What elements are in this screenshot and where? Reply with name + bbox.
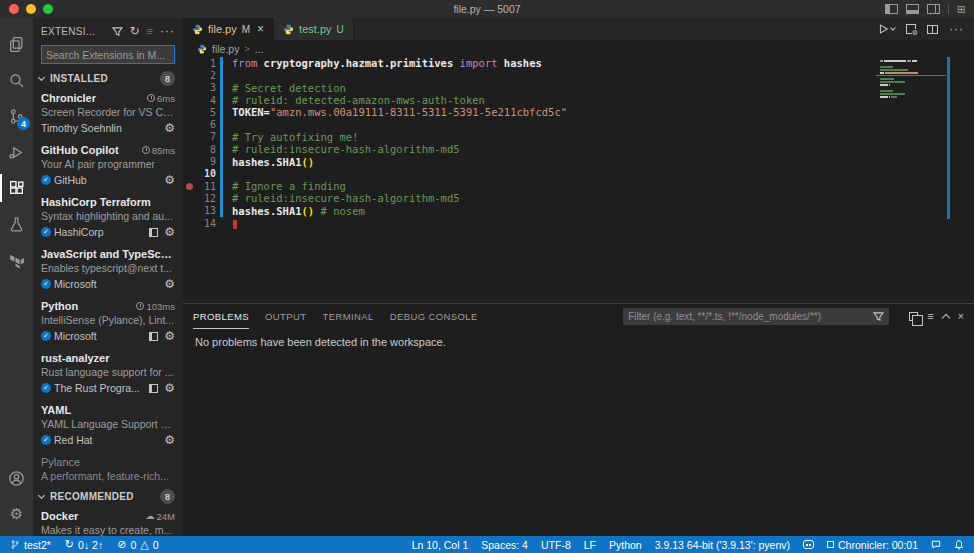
account-icon — [8, 470, 25, 487]
code-line[interactable]: 10 — [183, 168, 974, 180]
language-mode[interactable]: Python — [609, 539, 642, 551]
accounts-icon[interactable] — [0, 460, 33, 496]
tab-problems[interactable]: PROBLEMS — [193, 304, 249, 329]
settings-gear[interactable]: ⚙ — [0, 496, 33, 532]
run-settings-icon[interactable] — [906, 24, 916, 34]
more-actions-icon[interactable]: ··· — [949, 25, 964, 33]
clear-icon[interactable]: ≡ — [147, 25, 153, 37]
tab-debug-console[interactable]: DEBUG CONSOLE — [390, 304, 478, 329]
sidebar-item-extensions[interactable] — [0, 170, 33, 206]
minimap[interactable] — [880, 59, 944, 101]
code-line[interactable]: 5TOKEN="amzn.mws.00a19111-8311-5311-5391… — [183, 106, 974, 118]
line-number: 7 — [196, 131, 216, 142]
code-line[interactable]: 7# Try autofixing me! — [183, 131, 974, 143]
maximize-panel-icon[interactable] — [941, 314, 949, 322]
book-icon[interactable] — [149, 384, 158, 393]
code-line[interactable]: 6 — [183, 118, 974, 130]
sync-counts: 0↓ 2↑ — [78, 539, 103, 551]
code-line[interactable]: 4# ruleid: detected-amazon-mws-auth-toke… — [183, 94, 974, 106]
indentation[interactable]: Spaces: 4 — [481, 539, 528, 551]
sidebar-item-search[interactable] — [0, 62, 33, 98]
minimap-segment — [880, 69, 908, 71]
toggle-sidebar-icon[interactable] — [885, 4, 898, 14]
sidebar-item-source-control[interactable]: 4 — [0, 98, 33, 134]
encoding[interactable]: UTF-8 — [541, 539, 571, 551]
book-icon[interactable] — [149, 332, 158, 341]
breadcrumb[interactable]: file.py > ... — [183, 40, 974, 57]
tab-test-py[interactable]: test.py U — [274, 18, 354, 40]
close-icon[interactable]: × — [257, 24, 264, 34]
code-token: () — [302, 156, 315, 168]
breadcrumb-file[interactable]: file.py — [212, 43, 239, 55]
filter-icon[interactable] — [112, 26, 123, 37]
filter-icon[interactable] — [873, 311, 884, 322]
toggle-panel-icon[interactable] — [906, 4, 919, 14]
code-line[interactable]: 2 — [183, 69, 974, 81]
extension-item[interactable]: PylanceA performant, feature-rich... — [33, 452, 183, 487]
gear-icon[interactable]: ⚙ — [164, 226, 175, 238]
gear-icon[interactable]: ⚙ — [164, 122, 175, 134]
cursor-position[interactable]: Ln 10, Col 1 — [412, 539, 469, 551]
gear-icon[interactable]: ⚙ — [164, 434, 175, 446]
close-panel-icon[interactable]: × — [958, 311, 964, 322]
sync-status[interactable]: ↻ 0↓ 2↑ — [65, 539, 103, 551]
extension-item[interactable]: JavaScript and TypeScri...Enables typesc… — [33, 244, 183, 296]
chronicler-status[interactable]: Chronicler: 00:01 — [827, 539, 918, 551]
code-line[interactable]: 11# Ignore a finding — [183, 180, 974, 192]
extension-item[interactable]: Docker☁24MMakes it easy to create, m...✓… — [33, 506, 183, 536]
code-line[interactable]: 1from cryptography.hazmat.primitives imp… — [183, 57, 974, 69]
tab-terminal[interactable]: TERMINAL — [322, 304, 373, 329]
gear-icon[interactable]: ⚙ — [164, 330, 175, 342]
branch-status[interactable]: test2* — [10, 539, 51, 551]
code-text — [223, 217, 237, 229]
tab-output[interactable]: OUTPUT — [265, 304, 306, 329]
feedback[interactable] — [931, 540, 941, 550]
split-editor-icon[interactable] — [927, 25, 938, 34]
filter-input[interactable] — [628, 311, 869, 322]
extension-item[interactable]: rust-analyzerRust language support for .… — [33, 348, 183, 400]
notifications[interactable] — [954, 539, 964, 550]
code-line[interactable]: 3# Secret detection — [183, 82, 974, 94]
gear-icon[interactable]: ⚙ — [164, 174, 175, 186]
section-recommended[interactable]: RECOMMENDED 8 — [33, 487, 183, 506]
code-line[interactable]: 8# ruleid:insecure-hash-algorithm-md5 — [183, 143, 974, 155]
view-mode-icon[interactable] — [909, 312, 918, 321]
code-line[interactable]: 12# ruleid:insecure-hash-algorithm-md5 — [183, 192, 974, 204]
extension-item[interactable]: Python103msIntelliSense (Pylance), Lint.… — [33, 296, 183, 348]
extension-meta: 103ms — [136, 301, 175, 312]
search-input[interactable] — [41, 45, 175, 64]
sidebar-item-run-debug[interactable] — [0, 134, 33, 170]
gear-icon[interactable]: ⚙ — [164, 382, 175, 394]
book-icon[interactable] — [149, 228, 158, 237]
code-editor[interactable]: 1from cryptography.hazmat.primitives imp… — [183, 57, 974, 303]
section-label: INSTALLED — [50, 73, 108, 84]
eol[interactable]: LF — [584, 539, 596, 551]
section-installed[interactable]: INSTALLED 8 — [33, 69, 183, 88]
breadcrumb-separator: > — [244, 44, 249, 54]
sidebar-item-testing[interactable] — [0, 206, 33, 242]
python-interpreter[interactable]: 3.9.13 64-bit ('3.9.13': pyenv) — [655, 539, 790, 551]
gear-icon[interactable]: ⚙ — [164, 278, 175, 290]
copilot-status[interactable] — [803, 540, 814, 549]
extension-item[interactable]: Chronicler6msScreen Recorder for VS Co..… — [33, 88, 183, 140]
tab-file-py[interactable]: file.py M × — [183, 18, 274, 40]
breakpoint-dot[interactable] — [183, 183, 196, 190]
problems-filter[interactable] — [623, 308, 889, 325]
toggle-secondary-sidebar-icon[interactable] — [927, 4, 940, 14]
collapse-all-icon[interactable]: ≡ — [927, 311, 933, 322]
breadcrumb-more[interactable]: ... — [255, 43, 264, 55]
customize-layout-icon[interactable]: ⊞ — [957, 4, 966, 14]
code-line[interactable]: 14 — [183, 217, 974, 229]
code-line[interactable]: 9hashes.SHA1() — [183, 155, 974, 167]
sidebar-item-terraform[interactable] — [0, 242, 33, 278]
refresh-icon[interactable]: ↻ — [130, 24, 140, 38]
problems-status[interactable]: ⊘ 0 △ 0 — [117, 539, 158, 551]
editor-tab-bar: file.py M × test.py U ··· — [183, 18, 974, 40]
code-line[interactable]: 13hashes.SHA1() # nosem — [183, 205, 974, 217]
extension-item[interactable]: HashiCorp TerraformSyntax highlighting a… — [33, 192, 183, 244]
run-button[interactable] — [877, 23, 895, 35]
extension-item[interactable]: YAMLYAML Language Support b...✓Red Hat⚙ — [33, 400, 183, 452]
sidebar-item-explorer[interactable] — [0, 26, 33, 62]
more-actions-icon[interactable]: ··· — [160, 27, 175, 35]
extension-item[interactable]: GitHub Copilot85msYour AI pair programme… — [33, 140, 183, 192]
